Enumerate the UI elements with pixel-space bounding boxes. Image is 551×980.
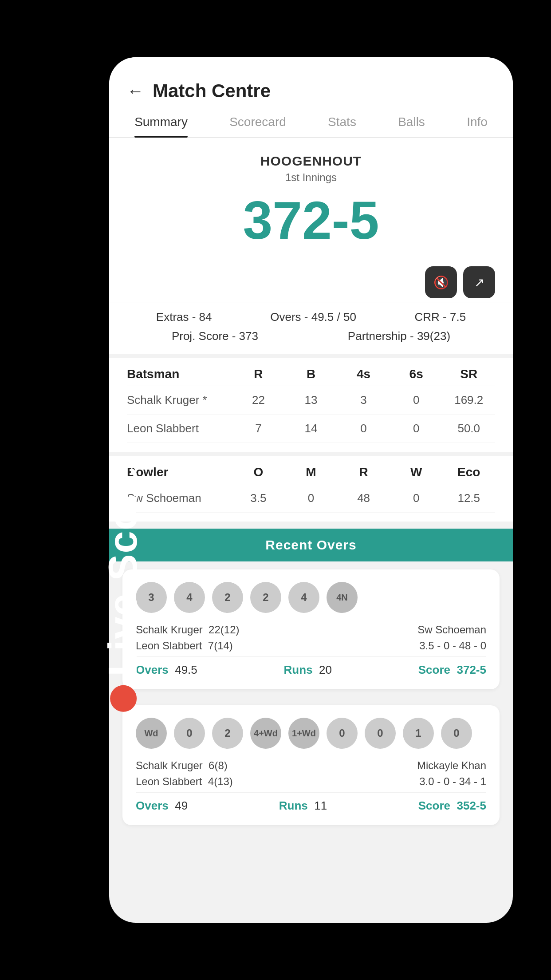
partnership-label: Partnership - 39(23) <box>348 329 450 343</box>
r-col-header: R <box>232 367 285 381</box>
info-row-1: Extras - 84 Overs - 49.5 / 50 CRR - 7.5 <box>127 310 495 324</box>
b-col-header: B <box>285 367 338 381</box>
batsman-2-b: 14 <box>285 422 338 435</box>
batsmen-header: Batsman R B 4s 6s SR <box>127 363 495 386</box>
fours-col-header: 4s <box>337 367 390 381</box>
r-col-header-b: R <box>337 465 390 479</box>
batsman-2-name: Leon Slabbert <box>127 422 232 435</box>
batsman-1-b: 13 <box>285 393 338 407</box>
o-col-header: O <box>232 465 285 479</box>
over2-batsman2: Leon Slabbert 4(13) <box>136 775 233 788</box>
ball-1-4: 2 <box>250 582 281 613</box>
batsman-row-1: Schalk Kruger * 22 13 3 0 169.2 <box>127 386 495 415</box>
batsman-2-sr: 50.0 <box>442 422 495 435</box>
sixes-col-header: 6s <box>390 367 443 381</box>
bowler-info-2: Mickayle Khan 3.0 - 0 - 34 - 1 <box>417 759 486 788</box>
m-col-header: M <box>285 465 338 479</box>
batsman-1-r: 22 <box>232 393 285 407</box>
over-summary-1: Overs 49.5 Runs 20 Score 372-5 <box>136 656 486 677</box>
batsman-col-header: Batsman <box>127 367 232 381</box>
bowler-1-m: 0 <box>285 491 338 505</box>
batsman-1-sr: 169.2 <box>442 393 495 407</box>
action-buttons: 🔇 ↗ <box>109 266 513 303</box>
info-row-2: Proj. Score - 373 Partnership - 39(23) <box>127 329 495 343</box>
over2-batsman1: Schalk Kruger 6(8) <box>136 759 233 772</box>
batsman-2-r: 7 <box>232 422 285 435</box>
live-score-label: Live Score <box>100 465 146 711</box>
ball-2-4: 4+Wd <box>250 718 281 749</box>
balls-row-2: Wd 0 2 4+Wd 1+Wd 0 0 1 0 <box>136 718 486 749</box>
over2-overs: Overs 49 <box>136 799 188 813</box>
over2-bowler: Mickayle Khan <box>417 759 486 772</box>
players-1: Schalk Kruger 22(12) Leon Slabbert 7(14) <box>136 624 239 652</box>
innings-label: 1st Innings <box>127 171 495 184</box>
over2-score: Score 352-5 <box>418 799 486 813</box>
over-card-1: 3 4 2 2 4 4N Schalk Kruger 22(12) Leon S… <box>122 569 500 689</box>
ball-2-6: 0 <box>327 718 358 749</box>
batsman-row-2: Leon Slabbert 7 14 0 0 50.0 <box>127 415 495 443</box>
bowler-1-w: 0 <box>390 491 443 505</box>
tab-info[interactable]: Info <box>467 115 488 137</box>
over-details-2: Schalk Kruger 6(8) Leon Slabbert 4(13) M… <box>136 759 486 788</box>
batsmen-table: Batsman R B 4s 6s SR Schalk Kruger * 22 … <box>109 358 513 452</box>
ball-1-2: 4 <box>174 582 205 613</box>
header: ← Match Centre <box>109 57 513 102</box>
batsman-1-name: Schalk Kruger * <box>127 393 232 407</box>
over2-bowler-figures: 3.0 - 0 - 34 - 1 <box>419 775 486 788</box>
back-button[interactable]: ← <box>127 82 144 101</box>
ball-2-7: 0 <box>365 718 396 749</box>
bowler-row-1: Sw Schoeman 3.5 0 48 0 12.5 <box>127 484 495 513</box>
over1-batsman2: Leon Slabbert 7(14) <box>136 640 239 652</box>
bowler-1-r: 48 <box>337 491 390 505</box>
share-button[interactable]: ↗ <box>463 266 495 298</box>
overs-label: Overs - 49.5 / 50 <box>270 310 356 324</box>
sr-col-header: SR <box>442 367 495 381</box>
ball-1-3: 2 <box>212 582 243 613</box>
ball-2-3: 2 <box>212 718 243 749</box>
w-col-header: W <box>390 465 443 479</box>
ball-1-5: 4 <box>288 582 319 613</box>
ball-2-2: 0 <box>174 718 205 749</box>
over2-runs: Runs 11 <box>279 799 327 813</box>
over1-runs: Runs 20 <box>284 663 332 677</box>
batsman-1-sixes: 0 <box>390 393 443 407</box>
eco-col-header: Eco <box>442 465 495 479</box>
ball-2-5: 1+Wd <box>288 718 319 749</box>
batsman-1-fours: 3 <box>337 393 390 407</box>
tab-bar: Summary Scorecard Stats Balls Info <box>109 102 513 138</box>
crr-label: CRR - 7.5 <box>415 310 466 324</box>
tab-scorecard[interactable]: Scorecard <box>229 115 286 137</box>
tab-stats[interactable]: Stats <box>328 115 356 137</box>
bowler-1-eco: 12.5 <box>442 491 495 505</box>
mute-icon: 🔇 <box>433 275 449 290</box>
over1-bowler: Sw Schoeman <box>417 624 486 636</box>
tab-summary[interactable]: Summary <box>134 115 188 137</box>
phone-card: ← Match Centre Summary Scorecard Stats B… <box>109 57 513 923</box>
extras-label: Extras - 84 <box>156 310 212 324</box>
bowler-1-o: 3.5 <box>232 491 285 505</box>
players-2: Schalk Kruger 6(8) Leon Slabbert 4(13) <box>136 759 233 788</box>
match-info: Extras - 84 Overs - 49.5 / 50 CRR - 7.5 … <box>109 303 513 354</box>
proj-score-label: Proj. Score - 373 <box>172 329 258 343</box>
mute-button[interactable]: 🔇 <box>425 266 457 298</box>
ball-1-6: 4N <box>327 582 358 613</box>
recent-overs-title: Recent Overs <box>265 537 356 552</box>
over-card-2: Wd 0 2 4+Wd 1+Wd 0 0 1 0 Schalk Kruger 6… <box>122 705 500 825</box>
batsman-2-fours: 0 <box>337 422 390 435</box>
ball-2-9: 0 <box>441 718 472 749</box>
bowler-info-1: Sw Schoeman 3.5 - 0 - 48 - 0 <box>417 624 486 652</box>
over-details-1: Schalk Kruger 22(12) Leon Slabbert 7(14)… <box>136 624 486 652</box>
recent-overs-banner: Recent Overs <box>109 529 513 561</box>
team-name: HOOGENHOUT <box>127 154 495 169</box>
tab-balls[interactable]: Balls <box>398 115 425 137</box>
ball-2-8: 1 <box>403 718 434 749</box>
main-score: 372-5 <box>127 191 495 249</box>
over1-batsman1: Schalk Kruger 22(12) <box>136 624 239 636</box>
bowlers-header: Bowler O M R W Eco <box>127 461 495 484</box>
over-summary-2: Overs 49 Runs 11 Score 352-5 <box>136 792 486 813</box>
share-icon: ↗ <box>474 275 484 290</box>
over1-score: Score 372-5 <box>418 663 486 677</box>
over1-bowler-figures: 3.5 - 0 - 48 - 0 <box>419 640 486 652</box>
page-title: Match Centre <box>153 80 271 102</box>
batsman-2-sixes: 0 <box>390 422 443 435</box>
